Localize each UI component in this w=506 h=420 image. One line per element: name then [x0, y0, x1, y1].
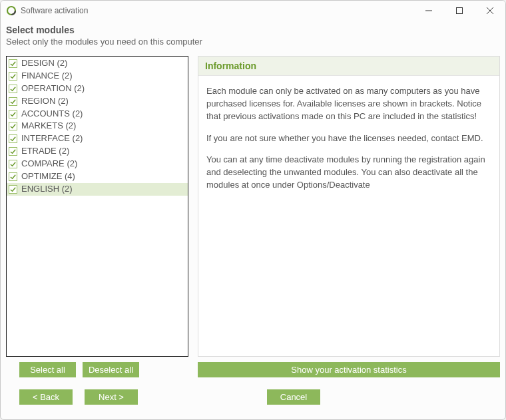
app-icon [6, 5, 17, 16]
checkbox-icon[interactable] [9, 59, 17, 68]
back-button[interactable]: < Back [19, 389, 73, 405]
select-all-button[interactable]: Select all [19, 362, 76, 377]
close-button[interactable] [475, 1, 505, 21]
titlebar: Software activation [1, 1, 505, 21]
module-row[interactable]: ENGLISH (2) [7, 183, 188, 196]
checkbox-icon[interactable] [9, 134, 17, 143]
info-paragraph: You can at any time deactivate modules b… [206, 154, 491, 192]
module-label: MARKETS (2) [21, 120, 76, 132]
module-label: OPTIMIZE (4) [21, 171, 75, 182]
module-row[interactable]: ACCOUNTS (2) [7, 108, 188, 120]
footer: < Back Next > Cancel [6, 377, 500, 414]
info-paragraph: Each module can only be activated on as … [206, 85, 491, 123]
next-button[interactable]: Next > [85, 389, 138, 405]
minimize-button[interactable] [413, 1, 444, 21]
info-paragraph: If you are not sure whether you have the… [206, 132, 491, 145]
info-heading: Information [198, 57, 499, 76]
checkbox-icon[interactable] [9, 160, 17, 168]
window-controls [413, 1, 505, 21]
module-list[interactable]: DESIGN (2)FINANCE (2)OPERATION (2)REGION… [6, 56, 188, 357]
module-label: DESIGN (2) [21, 58, 67, 69]
checkbox-icon[interactable] [9, 185, 17, 194]
module-row[interactable]: OPERATION (2) [7, 83, 188, 95]
module-label: OPERATION (2) [21, 83, 85, 95]
page-title: Select modules [6, 25, 500, 35]
module-label: REGION (2) [21, 96, 69, 107]
module-label: ETRADE (2) [21, 146, 69, 157]
show-stats-button[interactable]: Show your activation statistics [198, 362, 500, 377]
module-label: ENGLISH (2) [21, 184, 73, 195]
checkbox-icon[interactable] [9, 72, 17, 81]
checkbox-icon[interactable] [9, 147, 17, 156]
module-label: FINANCE (2) [21, 71, 73, 82]
checkbox-icon[interactable] [9, 110, 17, 118]
checkbox-icon[interactable] [9, 85, 17, 93]
module-row[interactable]: ETRADE (2) [7, 145, 188, 158]
module-label: ACCOUNTS (2) [21, 108, 83, 120]
window-title: Software activation [21, 6, 88, 15]
svg-rect-3 [457, 8, 463, 14]
checkbox-icon[interactable] [9, 97, 17, 106]
module-row[interactable]: OPTIMIZE (4) [7, 170, 188, 183]
module-label: COMPARE (2) [21, 158, 77, 170]
module-row[interactable]: INTERFACE (2) [7, 132, 188, 145]
info-panel: Information Each module can only be acti… [198, 56, 500, 357]
content-area: Select modules Select only the modules y… [1, 21, 505, 419]
activation-window: Software activation Select modules Selec… [0, 0, 506, 420]
page-subtitle: Select only the modules you need on this… [6, 37, 500, 47]
module-row[interactable]: REGION (2) [7, 95, 188, 108]
maximize-button[interactable] [444, 1, 475, 21]
checkbox-icon[interactable] [9, 172, 17, 181]
module-row[interactable]: DESIGN (2) [7, 57, 188, 70]
module-label: INTERFACE (2) [21, 133, 83, 144]
info-body: Each module can only be activated on as … [198, 76, 499, 210]
module-row[interactable]: FINANCE (2) [7, 70, 188, 83]
checkbox-icon[interactable] [9, 122, 17, 130]
deselect-all-button[interactable]: Deselect all [83, 362, 139, 377]
module-row[interactable]: MARKETS (2) [7, 120, 188, 132]
module-row[interactable]: COMPARE (2) [7, 158, 188, 170]
cancel-button[interactable]: Cancel [267, 389, 320, 405]
